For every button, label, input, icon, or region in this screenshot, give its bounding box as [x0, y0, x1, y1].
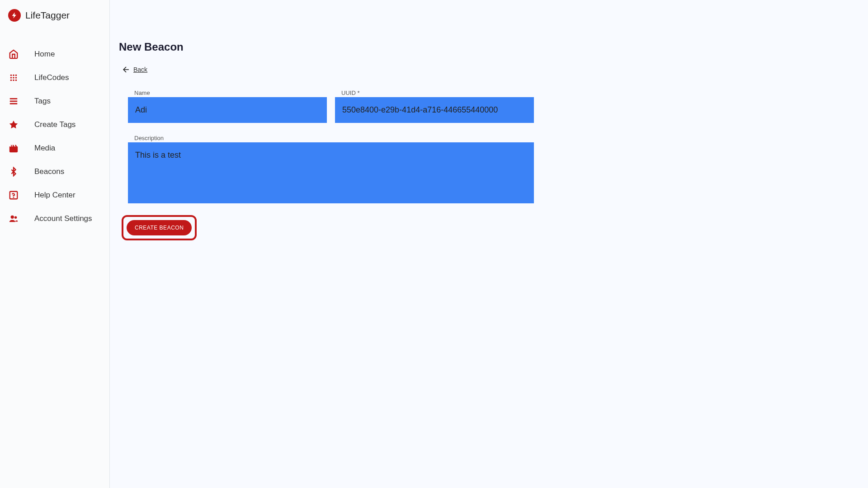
- help-icon: [8, 190, 19, 201]
- uuid-input[interactable]: [335, 97, 534, 123]
- people-icon: [8, 213, 19, 224]
- dots-icon: [8, 72, 19, 83]
- sidebar-item-account-settings[interactable]: Account Settings: [0, 207, 109, 230]
- sidebar-item-beacons[interactable]: Beacons: [0, 160, 109, 183]
- svg-point-3: [10, 77, 12, 79]
- sidebar: LifeTagger Home LifeCodes: [0, 0, 110, 488]
- bluetooth-icon: [8, 166, 19, 177]
- sidebar-item-media[interactable]: Media: [0, 136, 109, 160]
- svg-point-5: [15, 77, 17, 79]
- sidebar-item-label: Tags: [34, 97, 51, 106]
- name-label: Name: [134, 89, 327, 96]
- logo-section: LifeTagger: [0, 5, 109, 31]
- sidebar-item-label: Account Settings: [34, 214, 92, 223]
- logo-icon: [8, 9, 21, 22]
- sidebar-item-label: Media: [34, 144, 55, 153]
- sidebar-item-label: Beacons: [34, 167, 64, 176]
- menu-icon: [8, 96, 19, 107]
- movie-icon: [8, 143, 19, 154]
- sidebar-item-create-tags[interactable]: Create Tags: [0, 113, 109, 136]
- submit-button-highlight: CREATE BEACON: [122, 215, 197, 240]
- svg-point-1: [13, 75, 14, 76]
- uuid-label: UUID *: [341, 89, 534, 96]
- description-label: Description: [134, 135, 534, 141]
- sidebar-item-label: Home: [34, 50, 55, 59]
- name-field-group: Name: [128, 89, 327, 123]
- nav-list: Home LifeCodes Tags: [0, 31, 109, 230]
- svg-point-6: [10, 80, 12, 81]
- back-link[interactable]: Back: [122, 65, 868, 74]
- form-row-2: Description This is a test: [128, 135, 868, 203]
- home-icon: [8, 49, 19, 60]
- create-beacon-button[interactable]: CREATE BEACON: [127, 220, 192, 235]
- arrow-left-icon: [122, 65, 131, 74]
- svg-point-7: [13, 80, 14, 81]
- sidebar-item-help-center[interactable]: Help Center: [0, 183, 109, 207]
- svg-point-2: [15, 75, 17, 76]
- content-header: New Beacon Back Name UUID * D: [110, 0, 868, 240]
- sidebar-item-label: Help Center: [34, 191, 75, 200]
- uuid-field-group: UUID *: [335, 89, 534, 123]
- svg-point-4: [13, 77, 14, 79]
- sidebar-item-label: LifeCodes: [34, 73, 69, 82]
- brand-name: LifeTagger: [25, 10, 70, 21]
- sidebar-item-home[interactable]: Home: [0, 42, 109, 66]
- page-title: New Beacon: [119, 41, 868, 53]
- sidebar-item-lifecodes[interactable]: LifeCodes: [0, 66, 109, 89]
- star-icon: [8, 119, 19, 130]
- sidebar-item-tags[interactable]: Tags: [0, 89, 109, 113]
- form-container: Name UUID * Description This is a test C…: [119, 89, 868, 240]
- svg-point-0: [10, 75, 12, 76]
- svg-point-8: [15, 80, 17, 81]
- svg-point-13: [14, 197, 14, 197]
- name-input[interactable]: [128, 97, 327, 123]
- svg-point-15: [14, 216, 17, 219]
- svg-point-14: [11, 216, 14, 219]
- form-row-1: Name UUID *: [128, 89, 868, 123]
- description-textarea[interactable]: This is a test: [128, 142, 534, 203]
- description-field-group: Description This is a test: [128, 135, 534, 203]
- main-content: New Beacon Back Name UUID * D: [110, 0, 868, 488]
- sidebar-item-label: Create Tags: [34, 120, 75, 129]
- back-text: Back: [133, 66, 147, 73]
